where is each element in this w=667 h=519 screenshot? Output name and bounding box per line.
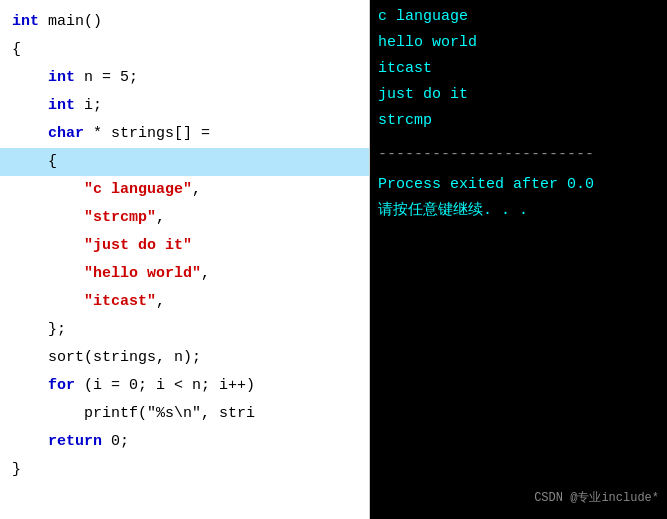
- code-line: int i;: [0, 92, 369, 120]
- code-line: "c language",: [0, 176, 369, 204]
- string-literal: "itcast": [84, 288, 156, 316]
- keyword: int: [48, 64, 75, 92]
- keyword: for: [48, 372, 75, 400]
- code-line: sort(strings, n);: [0, 344, 369, 372]
- terminal-output-line: itcast: [378, 56, 659, 82]
- terminal-divider: ------------------------: [378, 142, 659, 168]
- code-line: char * strings[] =: [0, 120, 369, 148]
- code-line: "hello world",: [0, 260, 369, 288]
- code-text: n = 5;: [75, 64, 138, 92]
- keyword: char: [48, 120, 84, 148]
- code-line: printf("%s\n", stri: [0, 400, 369, 428]
- terminal-process-line1: Process exited after 0.0: [378, 172, 659, 198]
- terminal-footer: CSDN @专业include*: [534, 485, 659, 511]
- string-literal: "hello world": [84, 260, 201, 288]
- code-line: };: [0, 316, 369, 344]
- code-line: {: [0, 148, 369, 176]
- code-text: ,: [156, 288, 165, 316]
- terminal-output-line: just do it: [378, 82, 659, 108]
- code-text: i;: [75, 92, 102, 120]
- code-text: 0;: [102, 428, 129, 456]
- code-text: (i = 0; i < n; i++): [75, 372, 255, 400]
- code-line: "just do it": [0, 232, 369, 260]
- keyword: int: [12, 8, 39, 36]
- code-text: }: [12, 456, 21, 484]
- code-line: "strcmp",: [0, 204, 369, 232]
- terminal-output-line: c language: [378, 4, 659, 30]
- code-area: int main(){ int n = 5; int i; char * str…: [0, 0, 369, 492]
- keyword: return: [48, 428, 102, 456]
- terminal-output-line: hello world: [378, 30, 659, 56]
- code-text: {: [48, 148, 57, 176]
- code-line: return 0;: [0, 428, 369, 456]
- code-text: printf("%s\n", stri: [84, 400, 255, 428]
- code-line: "itcast",: [0, 288, 369, 316]
- terminal-process-line2: 请按任意键继续. . .: [378, 198, 659, 224]
- code-line: }: [0, 456, 369, 484]
- code-panel: int main(){ int n = 5; int i; char * str…: [0, 0, 370, 519]
- code-text: * strings[] =: [84, 120, 210, 148]
- string-literal: "just do it": [84, 232, 192, 260]
- code-line: int main(): [0, 8, 369, 36]
- code-text: main(): [39, 8, 102, 36]
- code-text: ,: [156, 204, 165, 232]
- code-line: for (i = 0; i < n; i++): [0, 372, 369, 400]
- keyword: int: [48, 92, 75, 120]
- code-text: {: [12, 36, 21, 64]
- code-line: int n = 5;: [0, 64, 369, 92]
- code-text: };: [48, 316, 66, 344]
- code-text: ,: [201, 260, 210, 288]
- code-text: ,: [192, 176, 201, 204]
- code-text: sort(strings, n);: [48, 344, 201, 372]
- terminal-panel: c languagehello worlditcastjust do itstr…: [370, 0, 667, 519]
- terminal-output-line: strcmp: [378, 108, 659, 134]
- string-literal: "c language": [84, 176, 192, 204]
- terminal-output: c languagehello worlditcastjust do itstr…: [378, 4, 659, 515]
- code-line: {: [0, 36, 369, 64]
- string-literal: "strcmp": [84, 204, 156, 232]
